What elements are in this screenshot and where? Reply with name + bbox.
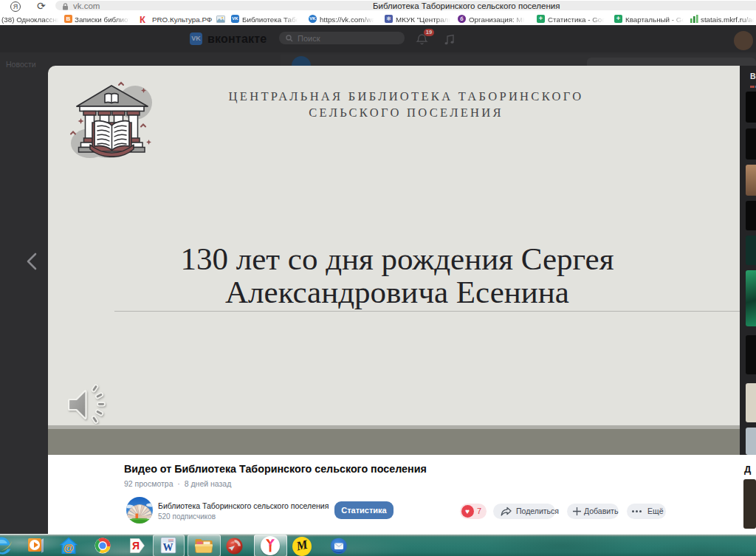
svg-text:@: @ bbox=[63, 542, 74, 554]
svg-text:Я: Я bbox=[132, 540, 140, 552]
svg-text:W: W bbox=[163, 542, 173, 553]
